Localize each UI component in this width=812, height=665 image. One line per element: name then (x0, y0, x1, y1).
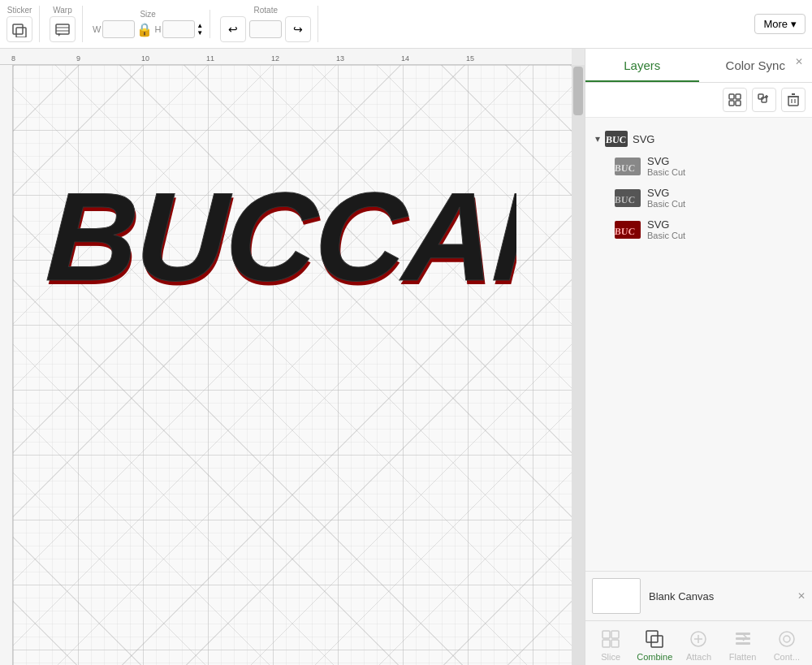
rotate-icon-btn[interactable]: ↩ (220, 16, 246, 42)
buccaneers-image[interactable]: BUCCANEERS BUCCANEERS BUCCANEERS (45, 146, 516, 309)
group-thumb: BUC (605, 131, 628, 147)
height-down[interactable]: ▼ (197, 30, 203, 37)
svg-rect-29 (611, 640, 619, 647)
layer-group-header[interactable]: ▾ BUC SVG (592, 127, 806, 150)
combine-label: Combine (637, 652, 672, 662)
attach-label: Attach (686, 652, 711, 662)
svg-text:BUC: BUC (615, 162, 636, 174)
svg-rect-13 (758, 94, 763, 99)
slice-label: Slice (601, 652, 620, 662)
combine-icon (643, 628, 666, 650)
layer-item-type-2: Basic Cut (647, 199, 685, 209)
ruler-num-11: 11 (206, 54, 214, 63)
svg-rect-31 (651, 636, 663, 647)
warp-icon: ▾ (54, 20, 71, 38)
layers-content: ▾ BUC SVG BUC (585, 118, 812, 571)
svg-rect-14 (762, 97, 767, 102)
group-chevron: ▾ (595, 133, 600, 145)
ruler-num-14: 14 (401, 54, 409, 63)
svg-rect-38 (736, 642, 750, 645)
flatten-svg (733, 629, 753, 649)
sticker-icon (11, 21, 28, 37)
flatten-action[interactable]: Flatten (723, 628, 763, 662)
main-toolbar: Sticker Warp ▾ Size (0, 0, 812, 49)
svg-rect-26 (603, 631, 610, 638)
ruler-num-12: 12 (271, 54, 279, 63)
warp-label: Warp (53, 6, 72, 15)
size-label: Size (140, 10, 155, 19)
layer-item-type-1: Basic Cut (647, 167, 685, 177)
contour-action[interactable]: Cont... (767, 628, 807, 662)
layers-tab-label: Layers (624, 58, 660, 72)
panel-tab-close[interactable]: ✕ (793, 55, 806, 68)
panel-tool-group-btn[interactable] (723, 88, 747, 112)
panel-tool-add-btn[interactable] (752, 88, 776, 112)
ruler-num-9: 9 (76, 54, 80, 63)
color-sync-tab-label: Color Sync (726, 58, 785, 72)
layer-thumb-2: BUC (615, 189, 641, 207)
vertical-scrollbar[interactable] (572, 65, 585, 665)
layer-thumb-1: BUC (615, 158, 641, 175)
thumb-svg-3: BUC (615, 221, 641, 239)
rotate-right-btn[interactable]: ↪ (285, 16, 311, 42)
height-input[interactable] (162, 20, 195, 38)
canvas-area[interactable]: 8 9 10 11 12 13 14 15 BUCCANEERS BUCCANE… (0, 49, 585, 665)
attach-svg (689, 629, 708, 649)
height-up[interactable]: ▲ (197, 23, 203, 29)
blank-canvas-close[interactable]: ✕ (797, 590, 806, 602)
ruler-left (0, 65, 13, 665)
layer-item-name-3: SVG (647, 218, 685, 231)
flatten-label: Flatten (729, 652, 757, 662)
svg-rect-0 (13, 24, 23, 34)
combine-action[interactable]: Combine (634, 628, 675, 662)
canvas-grid[interactable]: BUCCANEERS BUCCANEERS BUCCANEERS (13, 65, 572, 665)
ruler-num-15: 15 (466, 54, 474, 63)
layer-item-1[interactable]: BUC SVG Basic Cut (608, 150, 806, 182)
rotate-label: Rotate (254, 6, 278, 15)
combine-svg (645, 629, 664, 649)
warp-icon-btn[interactable]: ▾ (50, 16, 76, 42)
layer-item-type-3: Basic Cut (647, 231, 685, 240)
rotate-group: Rotate ↩ ↪ (220, 6, 318, 42)
layer-item-2[interactable]: BUC SVG Basic Cut (608, 182, 806, 214)
layer-thumb-3: BUC (615, 221, 641, 239)
blank-canvas-thumb (592, 578, 641, 614)
blank-canvas-label: Blank Canvas (649, 590, 714, 602)
scrollbar-thumb[interactable] (573, 67, 583, 115)
contour-svg (777, 629, 797, 649)
size-group: Size W 🔒 H ▲ ▼ (93, 10, 210, 38)
sticker-icon-btn[interactable] (6, 16, 32, 42)
warp-group: Warp ▾ (50, 6, 83, 42)
panel-tabs: Layers Color Sync ✕ (585, 49, 812, 83)
svg-rect-27 (611, 631, 619, 638)
tab-color-sync[interactable]: Color Sync ✕ (699, 49, 813, 82)
svg-text:BUC: BUC (605, 134, 627, 145)
ruler-num-13: 13 (336, 54, 344, 63)
ruler-num-8: 8 (11, 54, 15, 63)
layer-item-3[interactable]: BUC SVG Basic Cut (608, 214, 806, 245)
delete-icon (788, 93, 799, 106)
more-button[interactable]: More ▾ (754, 14, 806, 34)
size-tool: Size W 🔒 H ▲ ▼ (93, 10, 203, 38)
width-input[interactable] (102, 20, 135, 38)
slice-action[interactable]: Slice (590, 628, 631, 662)
attach-action[interactable]: Attach (678, 628, 719, 662)
svg-point-39 (780, 632, 794, 646)
svg-rect-17 (788, 97, 798, 106)
svg-text:BUC: BUC (615, 226, 636, 237)
panel-tool-delete-btn[interactable] (781, 88, 806, 112)
rotate-input[interactable] (249, 20, 282, 38)
svg-rect-11 (729, 101, 734, 106)
svg-rect-9 (729, 94, 734, 99)
svg-rect-12 (736, 101, 741, 106)
more-label: More (763, 18, 788, 30)
layer-group-svg: ▾ BUC SVG BUC (585, 124, 812, 248)
tab-layers[interactable]: Layers (585, 49, 699, 82)
thumb-svg-1: BUC (615, 158, 641, 175)
svg-text:BUCCANEERS: BUCCANEERS (45, 166, 516, 307)
flatten-icon (732, 628, 754, 650)
svg-rect-37 (736, 637, 750, 640)
slice-icon (599, 628, 622, 650)
thumb-svg-2: BUC (615, 189, 641, 207)
ruler-top: 8 9 10 11 12 13 14 15 (0, 49, 572, 65)
